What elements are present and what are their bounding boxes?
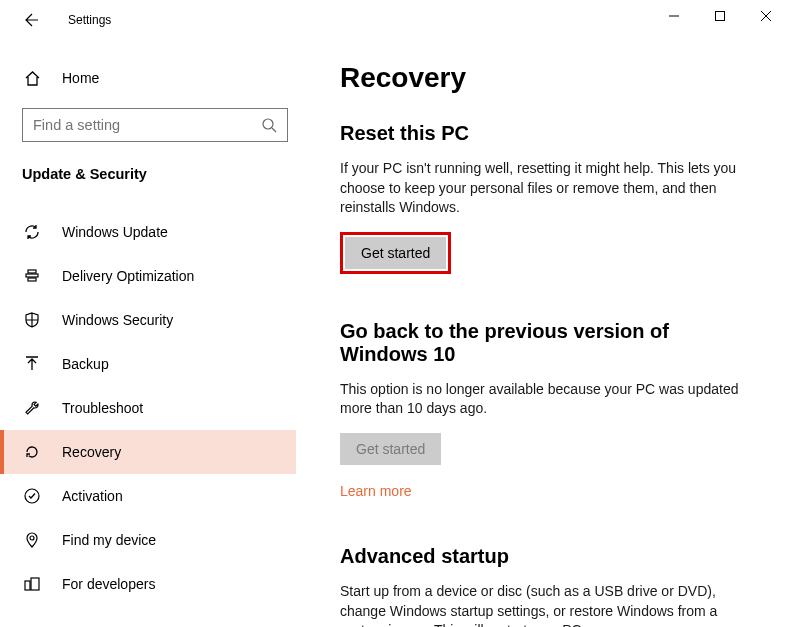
section-reset-pc: Reset this PC If your PC isn't running w… [340,122,759,274]
minimize-button[interactable] [651,0,697,32]
go-back-title: Go back to the previous version of Windo… [340,320,759,366]
backup-icon [22,354,42,374]
advanced-text: Start up from a device or disc (such as … [340,582,759,627]
sidebar-item-label: Recovery [62,444,121,460]
sidebar-item-troubleshoot[interactable]: Troubleshoot [0,386,296,430]
sidebar-item-label: Troubleshoot [62,400,143,416]
learn-more-link[interactable]: Learn more [340,483,412,499]
svg-rect-4 [28,278,36,281]
section-go-back: Go back to the previous version of Windo… [340,320,759,499]
shield-icon [22,310,42,330]
search-input-container[interactable] [22,108,288,142]
svg-rect-3 [26,274,38,277]
location-icon [22,530,42,550]
wrench-icon [22,398,42,418]
sidebar-home[interactable]: Home [14,58,296,98]
svg-point-6 [30,536,34,540]
home-icon [22,70,42,87]
sidebar: Settings Home Update & Security Windows … [0,32,310,627]
search-icon [262,118,277,133]
reset-pc-button[interactable]: Get started [345,237,446,269]
main-content: Recovery Reset this PC If your PC isn't … [310,32,789,627]
developers-icon [22,574,42,594]
go-back-text: This option is no longer available becau… [340,380,759,419]
delivery-icon [22,266,42,286]
sidebar-item-windows-security[interactable]: Windows Security [0,298,296,342]
app-title: Settings [68,13,111,27]
svg-rect-2 [28,270,36,273]
sidebar-item-backup[interactable]: Backup [0,342,296,386]
sidebar-item-label: For developers [62,576,155,592]
check-circle-icon [22,486,42,506]
recovery-icon [22,442,42,462]
maximize-button[interactable] [697,0,743,32]
sidebar-item-windows-update[interactable]: Windows Update [0,210,296,254]
sidebar-item-label: Delivery Optimization [62,268,194,284]
reset-pc-text: If your PC isn't running well, resetting… [340,159,759,218]
sidebar-item-label: Windows Update [62,224,168,240]
sidebar-item-recovery[interactable]: Recovery [0,430,296,474]
sidebar-item-delivery-optimization[interactable]: Delivery Optimization [0,254,296,298]
reset-pc-title: Reset this PC [340,122,759,145]
highlight-box: Get started [340,232,451,274]
sidebar-item-label: Windows Security [62,312,173,328]
home-label: Home [62,70,99,86]
sidebar-item-activation[interactable]: Activation [0,474,296,518]
refresh-icon [22,222,42,242]
sidebar-item-for-developers[interactable]: For developers [0,562,296,606]
category-heading: Update & Security [14,166,296,182]
sidebar-item-find-my-device[interactable]: Find my device [0,518,296,562]
advanced-title: Advanced startup [340,545,759,568]
page-title: Recovery [340,62,759,94]
sidebar-item-label: Find my device [62,532,156,548]
sidebar-item-label: Backup [62,356,109,372]
search-input[interactable] [33,117,262,133]
go-back-button: Get started [340,433,441,465]
sidebar-item-label: Activation [62,488,123,504]
svg-rect-0 [716,12,725,21]
svg-rect-8 [31,578,39,590]
back-icon[interactable] [20,11,40,29]
close-button[interactable] [743,0,789,32]
svg-point-1 [263,119,273,129]
svg-rect-7 [25,581,30,590]
section-advanced-startup: Advanced startup Start up from a device … [340,545,759,627]
